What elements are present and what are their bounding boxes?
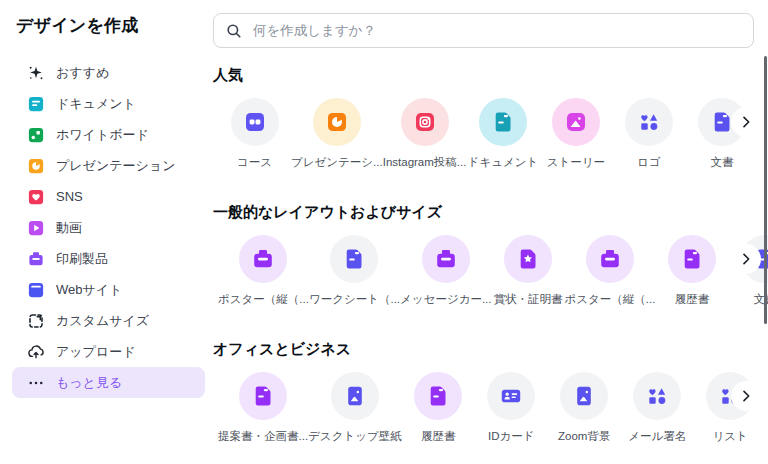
design-type-リスト[interactable]: リスト [694,372,767,444]
sidebar-item-おすすめ[interactable]: おすすめ [12,57,205,88]
sidebar-item-印刷製品[interactable]: 印刷製品 [12,243,205,274]
sidebar-item-ドキュメント[interactable]: ドキュメント [12,88,205,119]
design-type-label: メッセージカー... [400,292,491,307]
sidebar-item-label: おすすめ [56,64,109,82]
section-title: 人気 [213,66,768,84]
design-type-ドキュメント[interactable]: ドキュメント [466,98,539,170]
sns-icon [27,188,45,206]
design-type-ポスター（縦（...[interactable]: ポスター（縦（... [565,235,656,307]
search-icon [225,22,243,40]
design-type-ストーリー[interactable]: ストーリー [539,98,612,170]
sidebar-item-ホワイトボード[interactable]: ホワイトボード [12,119,205,150]
design-type-label: 履歴書 [675,292,710,307]
design-type-label: ワークシート（... [309,292,400,307]
app-root: デザインを作成 おすすめドキュメントホワイトボードプレゼンテーションSNS動画印… [0,0,768,464]
wallpaper-icon [331,372,379,420]
sidebar-item-label: アップロード [56,343,136,361]
sidebar-nav: おすすめドキュメントホワイトボードプレゼンテーションSNS動画印刷製品Webサイ… [12,57,205,398]
design-type-履歴書[interactable]: 履歴書 [655,235,728,307]
scroll-right-button[interactable] [731,244,761,274]
sidebar-item-もっと見る[interactable]: もっと見る [12,367,205,398]
page-title: デザインを作成 [16,14,213,37]
design-type-label: ポスター（縦（... [565,292,656,307]
design-type-label: 履歴書 [421,429,456,444]
sidebar-item-SNS[interactable]: SNS [12,181,205,212]
design-type-label: ドキュメント [468,155,539,170]
design-type-メール署名[interactable]: メール署名 [621,372,694,444]
printer-icon [239,235,287,283]
section-title: 一般的なレイアウトおよびサイズ [213,203,768,221]
whiteboard-icon [27,126,45,144]
section-items-row: コースプレゼンテーシ...Instagram投稿...ドキュメントストーリーロゴ… [213,98,768,170]
design-type-label: ストーリー [547,155,605,170]
sidebar-item-label: 動画 [56,219,82,237]
sidebar-item-label: SNS [56,189,83,204]
printer-icon [422,235,470,283]
printer-icon [586,235,634,283]
idcard-icon [487,372,535,420]
design-type-Instagram投稿...[interactable]: Instagram投稿... [383,98,467,170]
design-type-コース[interactable]: コース [218,98,291,170]
design-type-ロゴ[interactable]: ロゴ [612,98,685,170]
design-type-label: 文書 [710,155,733,170]
image-icon [552,98,600,146]
website-icon [27,281,45,299]
design-type-提案書・企画書...[interactable]: 提案書・企画書... [218,372,308,444]
section-一般的なレイアウトおよびサイズ: 一般的なレイアウトおよびサイズポスター（縦（...ワークシート（...メッセージ… [213,203,768,307]
design-type-ポスター（縦（...[interactable]: ポスター（縦（... [218,235,309,307]
sidebar-item-label: Webサイト [56,281,122,299]
scroll-right-button[interactable] [731,107,761,137]
design-type-label: Instagram投稿... [383,155,467,170]
design-type-label: Zoom背景 [558,429,610,444]
sidebar-item-Webサイト[interactable]: Webサイト [12,274,205,305]
design-type-label: IDカード [488,429,535,444]
document-icon [330,235,378,283]
design-type-プレゼンテーシ...[interactable]: プレゼンテーシ... [291,98,383,170]
sidebar-item-アップロード[interactable]: アップロード [12,336,205,367]
custom-size-icon [27,312,45,330]
scroll-right-button[interactable] [731,381,761,411]
scrollbar-thumb[interactable] [764,56,767,324]
section-人気: 人気コースプレゼンテーシ...Instagram投稿...ドキュメントストーリー… [213,66,768,170]
wallpaper-icon [560,372,608,420]
design-type-メッセージカー...[interactable]: メッセージカー... [400,235,491,307]
document-icon [479,98,527,146]
design-type-IDカード[interactable]: IDカード [475,372,548,444]
docs-icon [27,95,45,113]
search-bar[interactable] [213,13,754,48]
sidebar-item-label: もっと見る [56,374,122,392]
upload-icon [27,343,45,361]
section-title: オフィスとビジネス [213,340,768,358]
design-type-履歴書[interactable]: 履歴書 [402,372,475,444]
design-type-label: リスト [713,429,748,444]
sidebar-item-label: プレゼンテーション [56,157,175,175]
document-icon [668,235,716,283]
section-items-row: ポスター（縦（...ワークシート（...メッセージカー...賞状・証明書ポスター… [213,235,768,307]
sidebar-item-カスタムサイズ[interactable]: カスタムサイズ [12,305,205,336]
main-content: 人気コースプレゼンテーシ...Instagram投稿...ドキュメントストーリー… [213,0,768,464]
design-type-label: メール署名 [628,429,686,444]
document-icon [414,372,462,420]
sidebar: デザインを作成 おすすめドキュメントホワイトボードプレゼンテーションSNS動画印… [0,0,213,464]
design-type-デスクトップ壁紙[interactable]: デスクトップ壁紙 [308,372,402,444]
section-オフィスとビジネス: オフィスとビジネス提案書・企画書...デスクトップ壁紙履歴書IDカードZoom背… [213,340,768,444]
design-type-label: ロゴ [637,155,661,170]
design-type-ワークシート（...[interactable]: ワークシート（... [309,235,400,307]
instagram-icon [401,98,449,146]
section-items-row: 提案書・企画書...デスクトップ壁紙履歴書IDカードZoom背景メール署名リスト [213,372,768,444]
sidebar-item-label: ドキュメント [56,95,136,113]
sidebar-item-label: 印刷製品 [56,250,108,268]
certificate-icon [504,235,552,283]
design-type-label: プレゼンテーシ... [291,155,383,170]
design-type-label: コース [237,155,272,170]
sidebar-item-label: ホワイトボード [56,126,149,144]
printer-icon [27,250,45,268]
design-type-Zoom背景[interactable]: Zoom背景 [548,372,621,444]
sidebar-item-プレゼンテーション[interactable]: プレゼンテーション [12,150,205,181]
design-type-賞状・証明書[interactable]: 賞状・証明書 [492,235,565,307]
sidebar-item-動画[interactable]: 動画 [12,212,205,243]
design-type-label: 賞状・証明書 [494,292,563,307]
shapes-icon [633,372,681,420]
design-type-label: ポスター（縦（... [218,292,309,307]
search-input[interactable] [251,22,753,39]
